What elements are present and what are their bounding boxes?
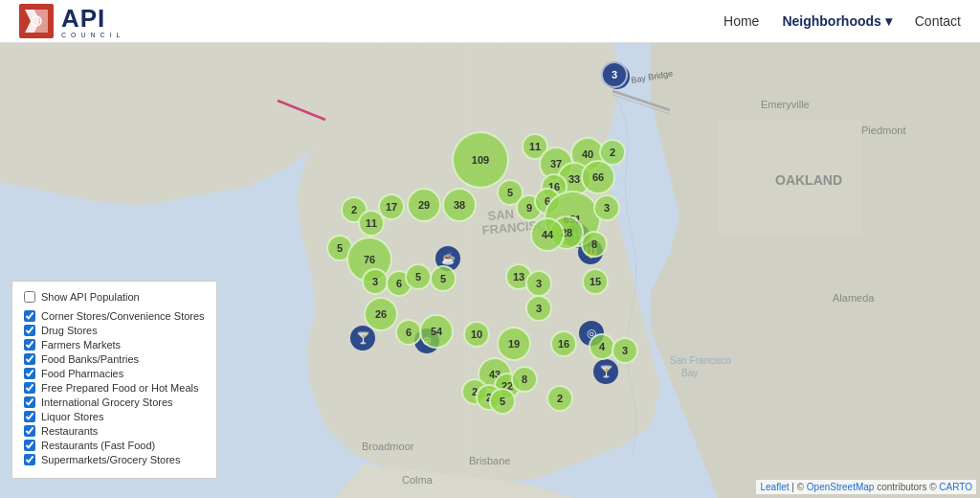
cluster[interactable]: 19 [497, 327, 531, 361]
svg-text:Emeryville: Emeryville [761, 99, 810, 110]
nav-contact[interactable]: Contact [915, 13, 961, 29]
svg-text:OAKLAND: OAKLAND [775, 172, 842, 188]
cluster[interactable]: 109 [452, 131, 509, 189]
cluster[interactable]: 8 [581, 231, 608, 258]
legend-checkbox-0[interactable] [24, 310, 35, 322]
map-pin-cocktail2: 🍸 [593, 359, 618, 384]
legend-item-label: Supermarkets/Grocery Stores [41, 454, 181, 465]
legend-item: Food Pharmacies [24, 368, 205, 379]
legend-item: Corner Stores/Convenience Stores [24, 310, 205, 322]
nav-home[interactable]: Home [724, 13, 759, 29]
legend-checkbox-1[interactable] [24, 325, 35, 336]
svg-text:Alameda: Alameda [833, 292, 875, 304]
cluster[interactable]: 3 [362, 268, 389, 295]
cluster[interactable]: 16 [550, 330, 577, 357]
legend-item: International Grocery Stores [24, 396, 205, 408]
legend-item: Food Banks/Pantries [24, 353, 205, 365]
legend-item-label: Free Prepared Food or Hot Meals [41, 382, 198, 394]
legend-item-label: Corner Stores/Convenience Stores [41, 310, 205, 322]
map-pin-cocktail: 🍸 [350, 326, 375, 351]
cluster[interactable]: 3 [525, 270, 552, 297]
cluster[interactable]: 15 [582, 268, 609, 295]
site-header: API COUNCIL Home Neighborhoods ▾ Contact [0, 0, 980, 43]
legend-item-label: International Grocery Stores [41, 396, 173, 408]
cluster[interactable]: 3 [525, 295, 552, 322]
legend-title: Show API Population [24, 291, 205, 303]
osm-link[interactable]: OpenStreetMap [807, 482, 875, 492]
legend-item: Drug Stores [24, 325, 205, 336]
svg-text:Brisbane: Brisbane [469, 455, 510, 466]
legend-item: Free Prepared Food or Hot Meals [24, 382, 205, 394]
svg-text:San Francisco: San Francisco [670, 355, 731, 366]
cluster[interactable]: 11 [358, 210, 385, 237]
legend-item-label: Drug Stores [41, 325, 98, 336]
cluster[interactable]: 66 [581, 160, 615, 194]
cluster[interactable]: 38 [442, 188, 477, 222]
logo-text-group: API COUNCIL [61, 4, 125, 38]
legend-checkbox-2[interactable] [24, 339, 35, 351]
legend-item: Farmers Markets [24, 339, 205, 351]
cluster[interactable]: 6 [395, 319, 422, 346]
cluster[interactable]: 29 [407, 188, 441, 222]
legend-checkbox-7[interactable] [24, 411, 35, 422]
cluster[interactable]: 8 [511, 366, 538, 393]
legend-item-label: Liquor Stores [41, 411, 103, 422]
cluster[interactable]: 3 [593, 194, 620, 221]
legend-checkbox-5[interactable] [24, 382, 35, 394]
cluster[interactable]: 44 [530, 217, 565, 252]
show-api-label: Show API Population [41, 291, 140, 303]
cluster[interactable]: 3 [612, 337, 638, 364]
map-container[interactable]: SAN FRANCISCO OAKLAND Emeryville Piedmon… [0, 43, 980, 498]
legend-checkbox-3[interactable] [24, 353, 35, 365]
legend-item: Supermarkets/Grocery Stores [24, 454, 205, 465]
leaflet-link[interactable]: Leaflet [760, 482, 789, 492]
svg-text:Piedmont: Piedmont [861, 124, 905, 136]
svg-text:Broadmoor: Broadmoor [362, 441, 414, 452]
cluster[interactable]: 54 [419, 314, 454, 349]
cluster[interactable]: 3 [601, 61, 628, 88]
logo-api: API [61, 4, 105, 34]
legend-item: Restaurants [24, 425, 205, 437]
legend-item: Liquor Stores [24, 411, 205, 422]
cluster[interactable]: 26 [364, 297, 398, 331]
cluster[interactable]: 10 [463, 321, 490, 348]
legend-checkbox-10[interactable] [24, 454, 35, 465]
logo-council: COUNCIL [61, 32, 125, 38]
legend-item-label: Restaurants [41, 425, 98, 437]
cluster[interactable]: 5 [489, 388, 516, 415]
cluster[interactable]: 5 [430, 265, 457, 292]
legend-item-label: Food Pharmacies [41, 368, 123, 379]
legend-item-label: Farmers Markets [41, 339, 121, 351]
map-attribution: Leaflet | © OpenStreetMap contributors ©… [756, 480, 976, 494]
cluster[interactable]: 5 [405, 263, 432, 290]
legend-checkbox-8[interactable] [24, 425, 35, 437]
cluster[interactable]: 2 [546, 385, 573, 412]
legend-panel: Show API Population Corner Stores/Conven… [11, 281, 217, 479]
legend-item-label: Food Banks/Pantries [41, 353, 139, 365]
legend-checkbox-9[interactable] [24, 440, 35, 451]
svg-text:Colma: Colma [402, 474, 434, 486]
logo-icon [19, 4, 54, 38]
site-logo[interactable]: API COUNCIL [19, 4, 125, 38]
carto-link[interactable]: CARTO [939, 482, 972, 492]
legend-checkbox-4[interactable] [24, 368, 35, 379]
nav-neighborhoods[interactable]: Neighborhoods ▾ [782, 13, 891, 29]
legend-checkbox-6[interactable] [24, 396, 35, 408]
legend-items: Corner Stores/Convenience StoresDrug Sto… [24, 310, 205, 465]
legend-item: Restaurants (Fast Food) [24, 440, 205, 451]
legend-item-label: Restaurants (Fast Food) [41, 440, 155, 451]
main-nav: Home Neighborhoods ▾ Contact [724, 13, 961, 29]
show-api-checkbox[interactable] [24, 291, 35, 303]
svg-text:Bay: Bay [681, 368, 698, 378]
